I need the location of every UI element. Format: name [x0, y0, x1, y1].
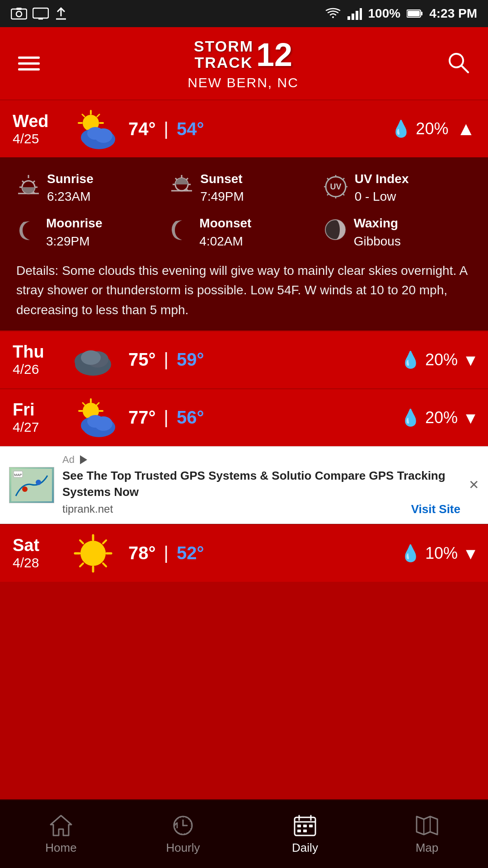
- battery-text: 100%: [368, 6, 401, 21]
- ad-label: Ad: [62, 454, 75, 466]
- svg-rect-3: [33, 8, 48, 18]
- moonset-time: 4:02AM: [199, 232, 251, 250]
- moonrise-label: Moonrise: [46, 214, 102, 232]
- svg-marker-75: [80, 455, 87, 464]
- cloudy-icon-thu: [68, 340, 118, 380]
- nav-home-label: Home: [45, 841, 76, 855]
- ad-banner[interactable]: MAP Ad See The Top Trusted GPS Systems &…: [0, 446, 488, 524]
- svg-line-52: [327, 193, 329, 195]
- bottom-navigation: Home Hourly Daily: [0, 799, 488, 868]
- partly-cloudy-icon-wed: [68, 108, 118, 149]
- calendar-icon: [293, 814, 317, 837]
- day-row-thu[interactable]: Thu 4/26 75° | 59° 💧 20% ▾: [0, 330, 488, 388]
- svg-line-51: [343, 178, 344, 180]
- svg-point-58: [81, 350, 101, 365]
- sunny-icon-sat: [70, 533, 116, 574]
- upload-icon: [54, 7, 68, 20]
- rain-drop-icon-sat: 💧: [400, 544, 421, 563]
- svg-rect-8: [352, 14, 354, 20]
- weather-icon-sat: [66, 533, 120, 574]
- day-label-fri: Fri 4/27: [13, 400, 58, 435]
- weather-details: Details: Some clouds this evening will g…: [16, 261, 472, 320]
- nav-map-label: Map: [416, 841, 439, 855]
- moon-phase-label: Waxing: [354, 214, 401, 232]
- day-row-wed-header[interactable]: Wed 4/25: [0, 99, 488, 157]
- svg-line-84: [80, 563, 83, 566]
- ad-close-button[interactable]: ✕: [469, 477, 479, 492]
- search-button[interactable]: [446, 51, 470, 76]
- day-precip-fri: 💧 20%: [385, 408, 458, 427]
- svg-point-71: [22, 486, 28, 492]
- day-precip-thu: 💧 20%: [385, 350, 458, 369]
- sunrise-icon: [16, 173, 41, 203]
- partly-cloudy-icon-fri: [68, 397, 118, 438]
- home-icon: [49, 814, 73, 837]
- svg-point-76: [80, 541, 106, 566]
- svg-line-65: [97, 403, 99, 405]
- svg-line-49: [327, 178, 329, 180]
- map-icon: [415, 814, 439, 837]
- moon-phase-value: Gibbous: [354, 232, 401, 250]
- brand-logo: STORM TRACK 12 NEW BERN, NC: [188, 36, 299, 90]
- day-precip-wed: 💧 20%: [376, 119, 448, 138]
- weather-icon-fri: [66, 397, 120, 438]
- day-label-sat: Sat 4/28: [13, 536, 58, 571]
- chevron-down-thu: ▾: [466, 349, 475, 371]
- svg-text:UV: UV: [330, 182, 341, 191]
- search-icon: [446, 51, 470, 74]
- day-temps-sat: 78° | 52°: [128, 543, 385, 563]
- day-row-sat[interactable]: Sat 4/28 78° | 52° 💧 10% ▾: [0, 524, 488, 582]
- svg-line-81: [80, 540, 83, 543]
- svg-text:MAP: MAP: [14, 473, 22, 477]
- wifi-icon: [325, 7, 341, 20]
- sunset-icon: [169, 173, 194, 203]
- ad-cta-button[interactable]: Visit Site: [411, 502, 460, 516]
- clock-icon: [171, 814, 195, 837]
- svg-rect-98: [303, 830, 307, 832]
- signal-icon: [347, 7, 362, 20]
- day-label-wed: Wed 4/25: [13, 112, 58, 146]
- svg-rect-13: [408, 11, 420, 16]
- astro-grid: Sunrise 6:23AM: [16, 170, 472, 250]
- moonrise-icon: [16, 217, 40, 247]
- svg-point-1: [16, 11, 22, 17]
- day-label-thu: Thu 4/26: [13, 342, 58, 377]
- astro-moonrise: Moonrise 3:29PM: [16, 214, 165, 250]
- ad-controls: ✕: [469, 477, 479, 492]
- chevron-down-fri: ▾: [466, 406, 475, 429]
- sunrise-time: 6:23AM: [47, 188, 94, 205]
- ad-thumbnail: MAP: [9, 467, 54, 503]
- nav-map[interactable]: Map: [382, 814, 472, 855]
- time-display: 4:23 PM: [429, 6, 477, 21]
- day-precip-sat: 💧 10%: [385, 544, 458, 563]
- battery-icon: [407, 9, 423, 19]
- ad-map-image: MAP: [11, 469, 52, 501]
- day-row-fri[interactable]: Fri 4/27 77° | 56° 💧: [0, 388, 488, 446]
- svg-rect-9: [356, 11, 358, 20]
- menu-button[interactable]: [18, 57, 40, 71]
- ad-url: tiprank.net: [62, 503, 113, 515]
- svg-rect-2: [16, 8, 22, 10]
- svg-line-42: [186, 178, 188, 180]
- moon-phase-icon: [323, 217, 347, 247]
- nav-daily[interactable]: Daily: [260, 814, 350, 855]
- chevron-up-wed: ▲: [456, 118, 475, 140]
- svg-point-69: [87, 415, 103, 428]
- ad-content: Ad See The Top Trusted GPS Systems & Sol…: [62, 454, 460, 516]
- status-right-info: 100% 4:23 PM: [325, 6, 477, 21]
- nav-home[interactable]: Home: [16, 814, 106, 855]
- day-row-wed[interactable]: Wed 4/25: [0, 99, 488, 330]
- svg-rect-96: [309, 825, 313, 827]
- svg-line-40: [175, 178, 177, 180]
- sunrise-label: Sunrise: [47, 170, 94, 188]
- svg-rect-12: [421, 12, 422, 15]
- svg-line-83: [103, 540, 106, 543]
- svg-line-50: [343, 193, 344, 195]
- nav-hourly[interactable]: Hourly: [138, 814, 228, 855]
- svg-rect-0: [11, 9, 27, 19]
- svg-rect-95: [303, 825, 307, 827]
- uv-label: UV Index: [355, 170, 409, 188]
- svg-line-82: [103, 563, 106, 566]
- svg-rect-97: [297, 830, 301, 832]
- svg-line-63: [83, 403, 85, 405]
